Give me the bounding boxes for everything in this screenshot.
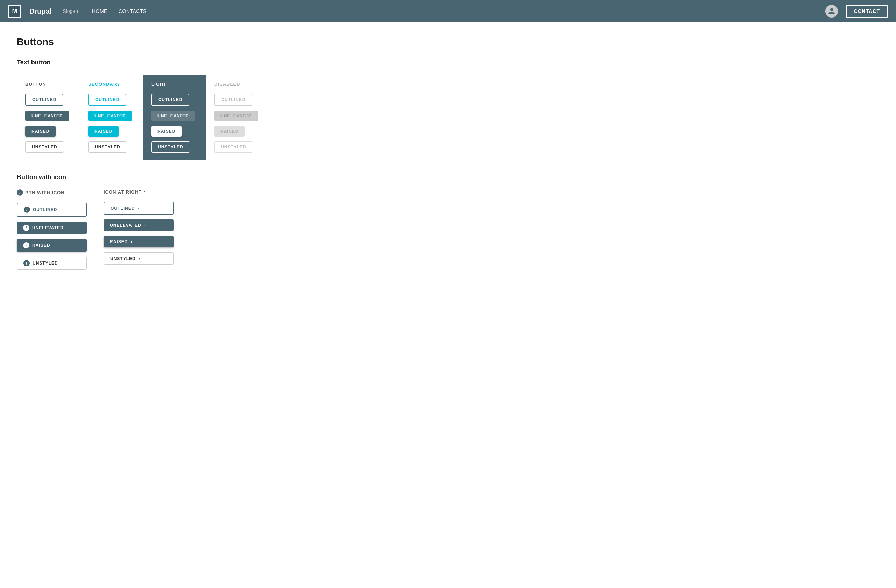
btn-icon-unelevated-label: UNELEVATED bbox=[32, 225, 64, 230]
nav-links: HOME CONTACTS bbox=[92, 8, 147, 14]
icon-col-right-header: ICON AT RIGHT › bbox=[104, 189, 174, 195]
btn-icon-unstyled-label: UNSTYLED bbox=[32, 261, 58, 266]
btn-unelevated-light[interactable]: UNELEVATED bbox=[151, 111, 195, 121]
btn-icon-unelevated-right-label: UNELEVATED bbox=[110, 223, 142, 228]
icon-col-right-label: ICON AT RIGHT bbox=[104, 189, 142, 195]
user-avatar[interactable] bbox=[825, 5, 838, 17]
contact-button[interactable]: CONTACT bbox=[846, 5, 888, 17]
btn-icon-unstyled-right-label: UNSTYLED bbox=[110, 256, 136, 261]
chevron-right-icon-header: › bbox=[144, 189, 146, 195]
btn-icon-unstyled-right[interactable]: UNSTYLED › bbox=[104, 252, 174, 265]
btn-outlined-secondary[interactable]: OUTLINED bbox=[88, 94, 126, 106]
btn-unelevated-secondary[interactable]: UNELEVATED bbox=[88, 111, 132, 121]
btn-unelevated-disabled: UNELEVATED bbox=[214, 111, 258, 121]
col-label-secondary: SECONDARY bbox=[88, 82, 134, 87]
nav-home[interactable]: HOME bbox=[92, 8, 107, 14]
nav-contacts[interactable]: CONTACTS bbox=[119, 8, 147, 14]
btn-icon-unstyled[interactable]: i UNSTYLED bbox=[17, 257, 87, 270]
btn-icon-outlined-right-label: OUTLINED bbox=[111, 206, 135, 211]
info-icon-sm-unelevated: i bbox=[23, 225, 29, 231]
btn-unelevated-primary[interactable]: UNELEVATED bbox=[25, 111, 69, 121]
section-text-button: Text button bbox=[17, 59, 298, 66]
site-slogan: Slogan bbox=[62, 8, 78, 14]
info-icon-sm: i bbox=[24, 207, 30, 213]
btn-outlined-primary[interactable]: OUTLINED bbox=[25, 94, 63, 106]
col-label-primary: BUTTON bbox=[25, 82, 72, 87]
info-icon-sm-unstyled: i bbox=[23, 260, 30, 267]
info-icon-header: i bbox=[17, 189, 23, 196]
chevron-right-icon-outlined: › bbox=[137, 206, 139, 211]
btn-icon-outlined-right[interactable]: OUTLINED › bbox=[104, 202, 174, 215]
btn-icon-raised-right-label: RAISED bbox=[110, 239, 128, 244]
btn-icon-raised[interactable]: i RAISED bbox=[17, 239, 87, 251]
btn-raised-primary[interactable]: RAISED bbox=[25, 126, 56, 137]
page-title: Buttons bbox=[17, 37, 298, 47]
btn-raised-secondary[interactable]: RAISED bbox=[88, 126, 119, 137]
btn-unstyled-disabled: UNSTYLED bbox=[214, 142, 253, 152]
chevron-right-icon-raised: › bbox=[131, 239, 132, 244]
btn-col-primary: BUTTON OUTLINED UNELEVATED RAISED UNSTYL… bbox=[17, 75, 80, 160]
icon-col-left-label: BTN WITH ICON bbox=[25, 190, 65, 195]
icon-col-left-header: i BTN WITH ICON bbox=[17, 189, 87, 196]
section-icon-button: Button with icon bbox=[17, 174, 298, 181]
site-brand: Drupal bbox=[29, 8, 52, 15]
btn-icon-unelevated-right[interactable]: UNELEVATED › bbox=[104, 219, 174, 231]
main-content: Buttons Text button BUTTON OUTLINED UNEL… bbox=[0, 23, 315, 289]
chevron-right-icon-unstyled: › bbox=[139, 256, 140, 261]
btn-col-disabled: DISABLED OUTLINED UNELEVATED RAISED UNST… bbox=[206, 75, 269, 160]
btn-unstyled-light[interactable]: UNSTYLED bbox=[151, 142, 190, 152]
btn-outlined-light[interactable]: OUTLINED bbox=[151, 94, 189, 106]
btn-unstyled-secondary[interactable]: UNSTYLED bbox=[88, 142, 127, 152]
btn-raised-light[interactable]: RAISED bbox=[151, 126, 182, 137]
btn-icon-outlined-label: OUTLINED bbox=[33, 207, 57, 212]
btn-raised-disabled: RAISED bbox=[214, 126, 245, 137]
site-logo: M bbox=[8, 5, 21, 17]
chevron-right-icon-unelevated: › bbox=[144, 222, 146, 228]
btn-unstyled-primary[interactable]: UNSTYLED bbox=[25, 142, 64, 152]
icon-btn-col-left: i BTN WITH ICON i OUTLINED i UNELEVATED … bbox=[17, 189, 87, 270]
col-label-light: LIGHT bbox=[151, 82, 197, 87]
btn-icon-raised-label: RAISED bbox=[32, 243, 50, 248]
info-icon-sm-raised: i bbox=[23, 242, 29, 248]
btn-icon-unelevated[interactable]: i UNELEVATED bbox=[17, 222, 87, 234]
btn-outlined-disabled: OUTLINED bbox=[214, 94, 252, 106]
btn-col-secondary: SECONDARY OUTLINED UNELEVATED RAISED UNS… bbox=[80, 75, 143, 160]
text-button-columns: BUTTON OUTLINED UNELEVATED RAISED UNSTYL… bbox=[17, 75, 298, 160]
col-label-disabled: DISABLED bbox=[214, 82, 261, 87]
btn-col-light: LIGHT OUTLINED UNELEVATED RAISED UNSTYLE… bbox=[143, 75, 206, 160]
icon-btn-col-right: ICON AT RIGHT › OUTLINED › UNELEVATED › … bbox=[104, 189, 174, 270]
navbar: M Drupal Slogan HOME CONTACTS CONTACT bbox=[0, 0, 896, 23]
icon-button-columns: i BTN WITH ICON i OUTLINED i UNELEVATED … bbox=[17, 189, 298, 270]
btn-icon-outlined[interactable]: i OUTLINED bbox=[17, 203, 87, 217]
btn-icon-raised-right[interactable]: RAISED › bbox=[104, 236, 174, 247]
